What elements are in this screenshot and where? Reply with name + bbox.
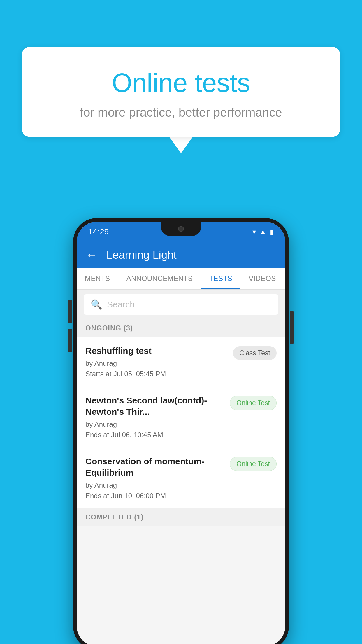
test-badge-2: Online Test: [230, 396, 277, 410]
app-header: ← Learning Light: [77, 242, 285, 268]
phone-frame: 14:29 ▾ ▲ ▮ ← Learning Light MENTS ANNOU…: [73, 218, 289, 644]
test-author-3: by Anurag: [85, 481, 224, 489]
status-icons: ▾ ▲ ▮: [252, 228, 274, 236]
test-item-1[interactable]: Reshuffling test by Anurag Starts at Jul…: [77, 337, 285, 386]
search-placeholder: Search: [107, 300, 135, 309]
completed-section-header: COMPLETED (1): [77, 508, 285, 526]
test-info-3: Conservation of momentum-Equilibrium by …: [85, 456, 224, 500]
tabs-bar: MENTS ANNOUNCEMENTS TESTS VIDEOS: [77, 268, 285, 290]
tests-list: Reshuffling test by Anurag Starts at Jul…: [77, 337, 285, 508]
test-date-3: Ends at Jun 10, 06:00 PM: [85, 492, 224, 500]
search-icon: 🔍: [91, 299, 102, 310]
power-button: [290, 312, 294, 344]
back-button[interactable]: ←: [86, 249, 97, 261]
test-author-1: by Anurag: [85, 359, 227, 368]
phone-notch: [161, 222, 201, 236]
test-name-3: Conservation of momentum-Equilibrium: [85, 456, 224, 478]
ongoing-label: ONGOING (3): [85, 324, 133, 332]
volume-down-button: [68, 329, 72, 352]
wifi-icon: ▾: [252, 228, 256, 236]
test-info-2: Newton's Second law(contd)-Newton's Thir…: [85, 395, 224, 439]
signal-icon: ▲: [259, 228, 266, 236]
battery-icon: ▮: [270, 228, 274, 236]
test-badge-1: Class Test: [233, 346, 277, 360]
completed-label: COMPLETED (1): [85, 513, 144, 521]
test-date-2: Ends at Jul 06, 10:45 AM: [85, 431, 224, 439]
status-time: 14:29: [88, 227, 109, 237]
speech-bubble-subtitle: for more practice, better performance: [45, 106, 317, 120]
speech-bubble-container: Online tests for more practice, better p…: [22, 47, 340, 153]
app-title: Learning Light: [106, 249, 177, 261]
search-container: 🔍 Search: [77, 290, 285, 319]
test-info-1: Reshuffling test by Anurag Starts at Jul…: [85, 345, 227, 378]
test-badge-3: Online Test: [230, 457, 277, 471]
test-date-1: Starts at Jul 05, 05:45 PM: [85, 370, 227, 378]
speech-bubble-arrow: [169, 137, 193, 153]
phone-screen: 14:29 ▾ ▲ ▮ ← Learning Light MENTS ANNOU…: [77, 222, 285, 644]
test-author-2: by Anurag: [85, 420, 224, 428]
status-bar: 14:29 ▾ ▲ ▮: [77, 222, 285, 242]
tab-videos[interactable]: VIDEOS: [240, 268, 284, 289]
speech-bubble-title: Online tests: [45, 67, 317, 99]
ongoing-section-header: ONGOING (3): [77, 319, 285, 337]
test-item-3[interactable]: Conservation of momentum-Equilibrium by …: [77, 447, 285, 508]
tab-announcements[interactable]: ANNOUNCEMENTS: [118, 268, 201, 289]
tab-ments[interactable]: MENTS: [77, 268, 118, 289]
front-camera: [178, 226, 184, 232]
test-name-2: Newton's Second law(contd)-Newton's Thir…: [85, 395, 224, 417]
test-name-1: Reshuffling test: [85, 345, 227, 356]
speech-bubble: Online tests for more practice, better p…: [22, 47, 340, 137]
test-item-2[interactable]: Newton's Second law(contd)-Newton's Thir…: [77, 386, 285, 447]
volume-up-button: [68, 300, 72, 323]
search-bar[interactable]: 🔍 Search: [84, 294, 278, 315]
tab-tests[interactable]: TESTS: [201, 268, 240, 289]
